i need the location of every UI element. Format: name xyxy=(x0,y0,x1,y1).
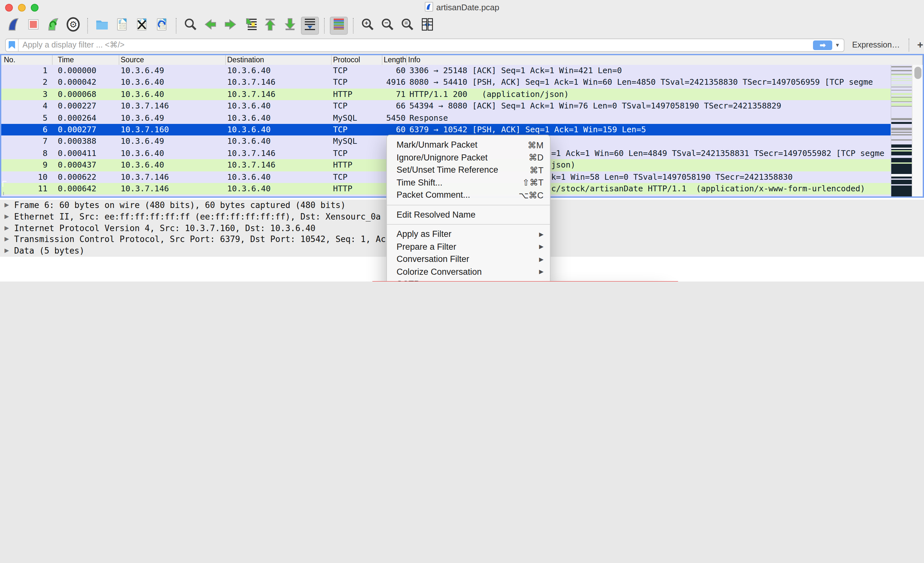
packet-row-6[interactable]: 60.00027710.3.7.16010.3.6.40TCP606379 → … xyxy=(1,124,891,136)
zoom-out-button[interactable]: − xyxy=(379,17,396,35)
save-file-button[interactable]: 010100110101110 xyxy=(113,17,131,35)
cell-no: 6 xyxy=(1,124,52,136)
cell-proto: HTTP xyxy=(332,89,382,101)
cell-proto: TCP xyxy=(332,171,382,183)
packet-row-1[interactable]: 10.00000010.3.6.4910.3.6.40TCP603306 → 2… xyxy=(1,65,891,77)
packet-row-3[interactable]: 30.00006810.3.6.4010.3.7.146HTTP71HTTP/1… xyxy=(1,89,891,101)
cell-info: Response xyxy=(407,112,891,124)
auto-scroll-button[interactable] xyxy=(301,17,319,35)
packet-row-5[interactable]: 50.00026410.3.6.4910.3.6.40MySQL5450Resp… xyxy=(1,112,891,124)
packet-context-menu: Mark/Unmark Packet⌘MIgnore/Unignore Pack… xyxy=(386,135,550,281)
cell-dst: 10.3.6.40 xyxy=(226,65,332,77)
zoom-original-icon: = xyxy=(400,17,415,35)
menu-item-time-shift[interactable]: Time Shift...⇧⌘T xyxy=(387,176,550,189)
cell-proto: MySQL xyxy=(332,112,382,124)
column-header-length[interactable]: Length xyxy=(382,55,407,65)
toolbar-separator xyxy=(353,18,354,33)
expression-button[interactable]: Expression… xyxy=(852,41,900,50)
add-filter-button[interactable]: + xyxy=(917,39,923,51)
cell-time: 0.000661 xyxy=(52,195,119,197)
zoom-original-button[interactable]: = xyxy=(399,17,417,35)
cell-src: 10.3.6.40 xyxy=(119,147,226,159)
menu-item-label: Packet Comment... xyxy=(396,190,512,200)
colorize-packets-button[interactable] xyxy=(330,17,348,35)
cell-src: 10.3.6.49 xyxy=(119,112,226,124)
menu-item-conversation-filter[interactable]: Conversation Filter▶ xyxy=(387,253,550,266)
restart-capture-button[interactable] xyxy=(44,17,62,35)
cell-dst: 10.3.7.146 xyxy=(226,77,332,89)
scrollbar-thumb[interactable] xyxy=(914,67,921,79)
wireshark-window: artisanDate.pcap ⚙0101001101011100101001… xyxy=(0,0,924,281)
column-header-info[interactable]: Info xyxy=(407,55,923,65)
go-back-icon xyxy=(203,17,218,35)
intelligent-scrollbar-minimap[interactable] xyxy=(891,65,912,197)
cell-no: 12 xyxy=(1,195,52,197)
svg-text:+: + xyxy=(364,19,368,26)
menu-item-packet-comment[interactable]: Packet Comment...⌥⌘C xyxy=(387,189,550,201)
filter-history-dropdown-icon[interactable]: ▼ xyxy=(835,42,840,48)
menu-item-mark-unmark-packet[interactable]: Mark/Unmark Packet⌘M xyxy=(387,139,550,151)
conversation-start-marker xyxy=(3,181,6,187)
display-filter-field[interactable]: ➡ ▼ xyxy=(5,38,844,52)
cell-len: 60 xyxy=(382,65,407,77)
menu-item-set-unset-time-reference[interactable]: Set/Unset Time Reference⌘T xyxy=(387,164,550,176)
menu-item-shortcut: ⇧⌘T xyxy=(522,177,543,188)
expand-triangle-icon[interactable]: ▶ xyxy=(4,211,9,223)
colorize-packets-icon xyxy=(331,17,346,35)
cell-time: 0.000068 xyxy=(52,89,119,101)
submenu-arrow-icon: ▶ xyxy=(539,256,543,263)
column-header-no[interactable]: No. xyxy=(1,55,52,65)
menu-item-edit-resolved-name[interactable]: Edit Resolved Name xyxy=(387,208,550,221)
menu-item-label: Set/Unset Time Reference xyxy=(396,165,523,175)
capture-options-button[interactable]: ⚙ xyxy=(64,17,82,35)
go-to-packet-button[interactable] xyxy=(241,17,259,35)
display-filter-input[interactable] xyxy=(19,41,813,50)
packet-row-4[interactable]: 40.00022710.3.7.14610.3.6.40TCP6654394 →… xyxy=(1,100,891,112)
zoom-in-button[interactable]: + xyxy=(359,17,376,35)
apply-filter-button[interactable]: ➡ xyxy=(813,40,832,50)
column-header-time[interactable]: Time xyxy=(52,55,119,65)
cell-dst: 10.3.6.40 xyxy=(226,171,332,183)
expand-triangle-icon[interactable]: ▶ xyxy=(4,200,9,211)
column-header-source[interactable]: Source xyxy=(119,55,226,65)
filter-bar: ➡ ▼ Expression… + xyxy=(0,36,924,54)
go-forward-button[interactable] xyxy=(221,17,239,35)
go-back-button[interactable] xyxy=(201,17,219,35)
column-header-protocol[interactable]: Protocol xyxy=(332,55,382,65)
find-packet-button[interactable] xyxy=(182,17,200,35)
stop-capture-button[interactable] xyxy=(24,17,42,35)
menu-item-colorize-conversation[interactable]: Colorize Conversation▶ xyxy=(387,266,550,278)
filter-bookmark-icon[interactable] xyxy=(6,39,19,51)
cell-src: 10.3.6.40 xyxy=(119,89,226,101)
expand-triangle-icon[interactable]: ▶ xyxy=(4,245,9,257)
cell-src: 10.3.6.40 xyxy=(119,159,226,171)
reload-file-button[interactable]: 010100110101110 xyxy=(153,17,171,35)
menu-item-prepare-a-filter[interactable]: Prepare a Filter▶ xyxy=(387,240,550,253)
capture-options-icon: ⚙ xyxy=(66,17,81,35)
go-to-top-button[interactable] xyxy=(261,17,279,35)
column-header-destination[interactable]: Destination xyxy=(226,55,332,65)
svg-text:01110: 01110 xyxy=(119,27,126,29)
zoom-out-icon: − xyxy=(380,17,395,35)
cell-no: 7 xyxy=(1,136,52,148)
cell-dst: 10.3.7.146 xyxy=(226,159,332,171)
submenu-arrow-icon: ▶ xyxy=(539,244,543,250)
wireshark-fin-button[interactable] xyxy=(4,17,22,35)
cell-proto: TCP xyxy=(332,77,382,89)
cell-proto: TCP xyxy=(332,100,382,112)
submenu-arrow-icon: ▶ xyxy=(539,269,543,275)
expand-triangle-icon[interactable]: ▶ xyxy=(4,222,9,234)
go-to-bottom-button[interactable] xyxy=(281,17,299,35)
expand-triangle-icon[interactable]: ▶ xyxy=(4,234,9,246)
resize-columns-button[interactable] xyxy=(418,17,436,35)
open-file-button[interactable] xyxy=(93,17,111,35)
cell-proto: TCP xyxy=(332,147,382,159)
cell-time: 0.000437 xyxy=(52,159,119,171)
packet-list-scrollbar[interactable] xyxy=(912,65,923,197)
close-file-button[interactable]: 010100110101110 xyxy=(133,17,151,35)
menu-item-apply-as-filter[interactable]: Apply as Filter▶ xyxy=(387,228,550,240)
cell-dst: 10.3.6.40 xyxy=(226,136,332,148)
packet-row-2[interactable]: 20.00004210.3.6.4010.3.7.146TCP49168080 … xyxy=(1,77,891,89)
menu-item-ignore-unignore-packet[interactable]: Ignore/Unignore Packet⌘D xyxy=(387,151,550,164)
title-bar: artisanDate.pcap xyxy=(0,0,924,15)
